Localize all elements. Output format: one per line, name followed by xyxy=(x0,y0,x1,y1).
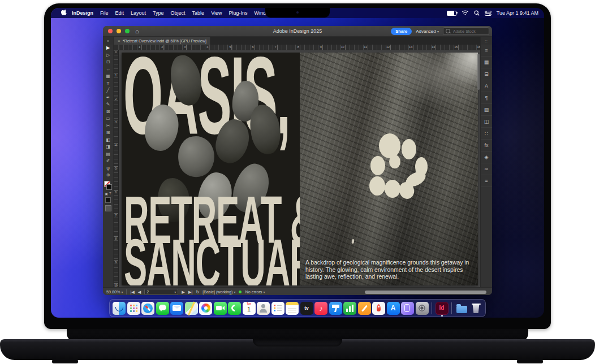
stroke-swatch[interactable] xyxy=(106,184,112,190)
panel-stroke[interactable]: ≡ xyxy=(481,175,492,187)
panel-collapse-control[interactable]: ∷ xyxy=(481,37,492,45)
dock-trash[interactable] xyxy=(469,302,482,315)
apply-color-button[interactable] xyxy=(105,197,111,203)
gradient-swatch-tool[interactable]: ◧ xyxy=(103,137,113,144)
zoom-level[interactable]: 59.80% ▾ xyxy=(106,289,123,294)
document-canvas[interactable]: OASIS, xyxy=(119,50,480,287)
dock-messages[interactable] xyxy=(156,302,169,315)
menu-item[interactable]: Object xyxy=(171,10,186,16)
screen-mode-button[interactable] xyxy=(105,205,111,211)
menu-clock[interactable]: Tue Apr 1 9:41 AM xyxy=(497,10,538,16)
gradient-feather-tool[interactable]: ◨ xyxy=(103,144,113,151)
dock-contacts[interactable] xyxy=(257,302,270,315)
panel-text-wrap[interactable]: ◫ xyxy=(481,116,492,128)
dock-rocket-app[interactable] xyxy=(372,302,385,315)
panel-layers[interactable]: ◈ xyxy=(481,151,492,163)
gap-tool[interactable]: ↔ xyxy=(103,66,113,73)
pen-tool[interactable]: ✒ xyxy=(103,94,113,102)
panel-swatches[interactable]: ▧ xyxy=(481,104,492,116)
pencil-tool[interactable]: ✎ xyxy=(103,101,113,109)
hand-tool[interactable]: ψ xyxy=(103,165,113,172)
preflight-icon[interactable]: ↻ xyxy=(196,289,199,294)
dock-finder[interactable] xyxy=(113,302,126,315)
formatting-affects-text-button[interactable]: T xyxy=(109,192,111,196)
close-window-button[interactable] xyxy=(108,29,113,33)
dock-downloads-folder[interactable] xyxy=(455,302,468,315)
dock-notes[interactable] xyxy=(286,302,299,315)
first-page-button[interactable]: |◀ xyxy=(130,289,134,294)
formatting-affects-container-button[interactable]: ▣ xyxy=(105,192,108,196)
minimize-window-button[interactable] xyxy=(117,29,121,33)
share-button[interactable]: Share xyxy=(391,28,412,35)
dock-reminders[interactable] xyxy=(271,302,284,315)
panel-align[interactable]: ∷ xyxy=(481,128,492,140)
ruler-origin-box[interactable] xyxy=(114,45,119,50)
zoom-window-button[interactable] xyxy=(125,29,130,33)
zoom-tool[interactable]: ⊕ xyxy=(103,172,113,179)
panel-character[interactable]: A xyxy=(481,80,492,92)
dock-safari[interactable] xyxy=(141,302,154,315)
fill-stroke-control[interactable] xyxy=(104,181,112,190)
direct-selection-tool[interactable]: ▷ xyxy=(103,52,113,59)
dock-phone[interactable] xyxy=(228,302,241,315)
page-number-field[interactable]: 2▾ xyxy=(144,289,178,295)
last-page-button[interactable]: ▶| xyxy=(188,289,192,294)
line-tool[interactable]: ╱ xyxy=(103,87,113,94)
preflight-status[interactable]: No errors ▾ xyxy=(245,289,265,294)
dock-tv[interactable]: tv xyxy=(300,302,313,315)
adobe-stock-search-input[interactable] xyxy=(452,29,486,34)
home-icon[interactable]: ⌂ xyxy=(135,28,139,34)
panel-paragraph[interactable]: ¶ xyxy=(481,92,492,104)
close-tab-icon[interactable]: × xyxy=(118,38,120,44)
battery-icon[interactable] xyxy=(447,11,456,16)
apple-menu-icon[interactable] xyxy=(61,10,67,16)
dock-system-settings[interactable] xyxy=(416,302,429,315)
dock-mail[interactable] xyxy=(170,302,183,315)
vertical-scrollbar[interactable] xyxy=(477,54,480,90)
vertical-ruler[interactable]: 0 1 2 3 4 5 xyxy=(114,50,119,287)
free-transform-tool[interactable]: ⊞ xyxy=(103,129,113,137)
horizontal-scrollbar[interactable] xyxy=(365,291,486,294)
dock-pages[interactable] xyxy=(358,302,371,315)
document-tab[interactable]: × *Retreat Overview.indd @ 60% [GPU Prev… xyxy=(114,37,211,45)
rectangle-frame-tool[interactable]: ⊠ xyxy=(103,109,113,116)
type-tool[interactable]: T xyxy=(103,80,113,88)
eyedropper-tool[interactable]: ✐ xyxy=(103,158,113,165)
menu-item[interactable]: Layout xyxy=(131,10,146,16)
dock-app-store[interactable]: A xyxy=(387,302,400,315)
panel-cc-libraries[interactable]: ▦ xyxy=(481,57,492,68)
tools-collapse-control[interactable]: » xyxy=(103,37,113,45)
menu-item[interactable]: Type xyxy=(153,10,164,16)
panel-properties[interactable]: ≡ xyxy=(481,45,492,57)
note-tool[interactable]: ▤ xyxy=(103,151,113,158)
menu-app-name[interactable]: InDesign xyxy=(72,10,93,16)
dock-launchpad[interactable] xyxy=(127,302,140,315)
menu-item[interactable]: Table xyxy=(192,10,205,16)
panel-effects[interactable]: fx xyxy=(481,140,492,151)
content-collector-tool[interactable]: ▦ xyxy=(103,73,113,80)
workspace-switcher[interactable]: Advanced ▾ xyxy=(416,29,439,34)
scissors-tool[interactable]: ✂ xyxy=(103,123,113,130)
horizontal-ruler[interactable]: 1 2 3 4 5 6 xyxy=(119,45,480,50)
panel-pages[interactable]: ⊟ xyxy=(481,68,492,80)
adobe-stock-search[interactable] xyxy=(443,27,489,35)
preflight-profile[interactable]: [Basic] (working) ▾ xyxy=(202,289,235,294)
menu-item[interactable]: View xyxy=(211,10,222,16)
search-icon[interactable] xyxy=(474,10,480,16)
dock-numbers[interactable] xyxy=(343,302,356,315)
panel-links[interactable]: ∞ xyxy=(481,163,492,175)
dock-music[interactable]: ♪ xyxy=(314,302,327,315)
menu-item[interactable]: Plug-Ins xyxy=(228,10,247,16)
selection-tool[interactable]: ▶ xyxy=(103,45,113,52)
page-tool[interactable]: ⊡ xyxy=(103,59,113,66)
dock-photos[interactable] xyxy=(199,302,212,315)
dock-facetime[interactable] xyxy=(214,302,227,315)
dock-iphone-mirroring[interactable] xyxy=(401,302,414,315)
control-center-icon[interactable] xyxy=(485,11,491,16)
menu-item[interactable]: File xyxy=(100,10,109,16)
dock-keynote[interactable] xyxy=(329,302,342,315)
menu-item[interactable]: Edit xyxy=(115,10,124,16)
next-page-button[interactable]: ▶ xyxy=(182,289,185,294)
dock-calendar[interactable]: Tue1 xyxy=(243,302,256,315)
rectangle-tool[interactable]: ▭ xyxy=(103,115,113,123)
